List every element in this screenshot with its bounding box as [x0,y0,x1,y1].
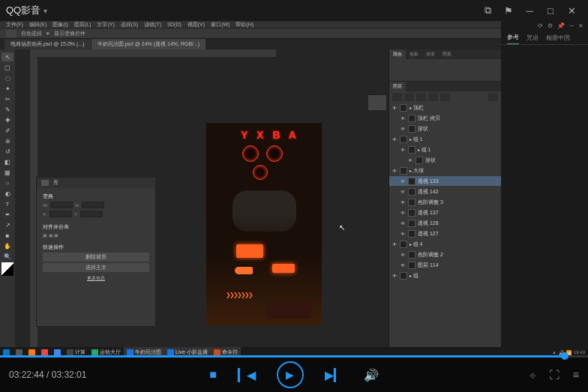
layer-thumb [400,167,407,175]
panel-button: 选择主文 [43,263,149,272]
panel-tab: 渐变 [422,49,439,59]
layer-label: 透视 128 [418,220,439,227]
layer-row: 👁色阶调整 3 [389,197,501,207]
tray-time: 19:43 [574,350,585,355]
layer-thumb [408,230,416,238]
visibility-icon: 👁 [392,273,398,279]
volume-button[interactable]: 🔊 [364,368,379,382]
artwork-circle [253,165,268,180]
maximize-icon[interactable]: □ [540,1,561,19]
ps-tab: 牛奶玩法图.psd @ 24% (透视 14%, RGB/...) [92,39,206,49]
ruler-horizontal [30,49,276,57]
flag-icon[interactable]: ⚑ [498,1,519,19]
artwork-car [266,301,311,319]
layer-label: 组 [410,272,418,280]
layer-thumb [408,199,416,206]
layer-thumb [408,146,416,154]
stop-button[interactable]: ■ [209,368,217,382]
prev-button[interactable]: ▎◀ [238,368,256,382]
menu-item: 帮助(H) [236,21,254,28]
layer-label: 组 4 [410,241,423,248]
layer-row: 👁组 1 [389,145,501,154]
text-tool-icon: T [2,199,14,208]
side-tab: 参考 [507,33,519,44]
cursor-icon: ↖ [339,223,345,232]
menu-item: 文字(Y) [97,21,114,28]
layer-label: 透视 133 [418,178,439,185]
visibility-icon: 👁 [400,252,406,258]
pen-tool-icon: ✒ [2,210,14,219]
layer-row: 👁透视 128 [389,218,501,228]
layer-thumb [400,104,407,112]
progress-bar[interactable] [0,355,588,358]
wand-tool-icon: ✦ [2,84,14,93]
visibility-icon: 👁 [400,210,406,216]
properties-panel: 库 变换 W: H: X: Y: [36,177,156,327]
lasso-tool-icon: ◌ [2,73,14,82]
close-icon[interactable]: ✕ [561,1,582,19]
pin-icon: 📌 [557,22,565,29]
crop-tool-icon: ✂ [2,94,14,103]
visibility-icon: 👁 [392,168,398,174]
minimize-icon[interactable]: ─ [519,1,540,19]
color-swatch-icon [2,262,14,276]
layer-thumb [408,115,416,122]
visibility-icon: 👁 [400,199,406,205]
layer-row: 👁透视 142 [389,187,501,196]
layer-label: 透视 142 [418,188,439,196]
path-tool-icon: ↗ [2,220,14,229]
panel-link: 更多信息 [43,275,149,282]
visibility-icon: 👁 [400,220,406,226]
visibility-icon: 👁 [400,115,406,121]
visibility-icon: 👁 [392,105,398,111]
layer-thumb [408,220,416,227]
layer-row: 👁色阶调整 2 [389,250,501,259]
layer-thumb [400,241,407,248]
move-tool-icon: ↖ [2,52,14,61]
brush-tool-icon: ✐ [2,126,14,135]
layer-row: 👁大球 [389,166,501,175]
panel-tab: 颜色 [389,49,406,59]
panel-button: 删除背景 [43,253,149,262]
panel-section: 变换 [43,193,149,200]
layer-row: 👁顶栏 拷贝 [389,113,501,123]
chevron-down-icon[interactable]: ▾ [44,7,47,15]
hand-tool-icon: ✋ [2,241,14,250]
layer-thumb [408,178,416,185]
visibility-icon: 👁 [400,262,406,268]
layer-thumb [408,125,416,133]
gradient-tool-icon: ▦ [2,168,14,177]
layer-label: 顶栏 拷贝 [418,115,440,122]
artwork-glow [272,264,295,273]
visibility-icon: 👁 [407,157,413,163]
play-button[interactable]: ▶ [277,361,304,388]
next-button[interactable]: ▶▎ [325,368,343,382]
zoom-tool-icon: 🔍 [2,252,14,261]
dodge-tool-icon: ◐ [2,189,14,198]
ps-menubar: 文件(F) 编辑(E) 图像(I) 图层(L) 文字(Y) 选择(S) 滤镜(T… [0,21,501,28]
blur-tool-icon: ○ [2,178,14,187]
layer-label: 色阶调整 3 [418,199,443,206]
layer-label: 顶栏 [410,104,424,112]
progress-thumb[interactable] [561,352,568,360]
visibility-icon: 👁 [400,126,406,132]
collapsed-panel [368,94,387,111]
eraser-tool-icon: ◧ [2,157,14,166]
layers-panel: 👁顶栏👁顶栏 拷贝👁形状👁组 1👁组 1👁形状👁大球👁透视 133👁透视 142… [389,91,501,358]
artwork-key [235,267,253,274]
layer-thumb [400,136,407,143]
visibility-icon: 👁 [400,189,406,195]
visibility-icon: 👁 [400,231,406,237]
layer-row: 👁透视 127 [389,229,501,238]
visibility-icon: 👁 [400,147,406,153]
pip-icon[interactable]: ⧉ [477,1,498,19]
menu-item: 图层(L) [74,21,92,28]
ps-tab: 电商场景动画.psd @ 15.0% (...) [4,39,91,49]
video-area[interactable]: 文件(F) 编辑(E) 图像(I) 图层(L) 文字(Y) 选择(S) 滤镜(T… [0,21,588,358]
history-brush-icon: ↺ [2,147,14,156]
layer-thumb [408,188,416,196]
photoshop-window: 文件(F) 编辑(E) 图像(I) 图层(L) 文字(Y) 选择(S) 滤镜(T… [0,21,501,358]
artwork-chevrons: ❯❯❯❯❯❯❯ [226,292,252,298]
visibility-icon: 👁 [392,136,398,142]
panel-tab: 图层 [389,82,406,91]
